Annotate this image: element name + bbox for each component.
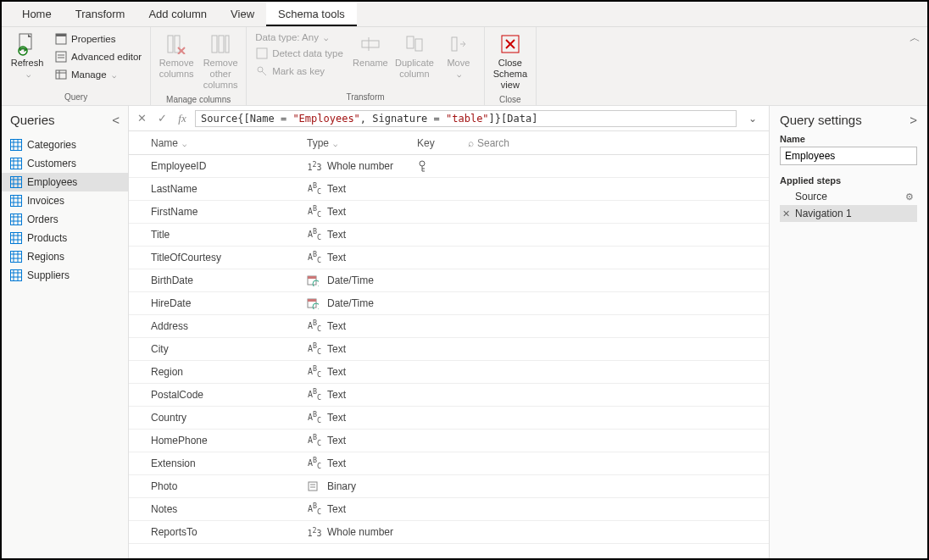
svg-rect-10 (168, 36, 173, 53)
queries-list: CategoriesCustomersEmployeesInvoicesOrde… (2, 134, 128, 286)
svg-rect-4 (56, 52, 66, 62)
ribbon-group-label: Close (490, 93, 531, 108)
delete-step-icon[interactable]: ✕ (782, 208, 790, 219)
schema-row[interactable]: ExtensionABCText (129, 452, 769, 475)
column-header-name[interactable]: Name (151, 137, 178, 149)
collapse-ribbon-button[interactable]: ︿ (910, 30, 921, 46)
schema-row[interactable]: CityABCText (129, 338, 769, 361)
text-type-icon: ABC (307, 204, 322, 219)
schema-row[interactable]: CountryABCText (129, 407, 769, 430)
schema-row[interactable]: EmployeeID123Whole number (129, 155, 769, 178)
grid-header: Name Type Key ⌕ Search (129, 131, 769, 155)
chevron-down-icon (322, 32, 328, 42)
binary-type-icon (307, 480, 322, 492)
refresh-button[interactable]: Refresh (7, 30, 47, 81)
table-icon (10, 269, 22, 281)
grid-body[interactable]: EmployeeID123Whole numberLastNameABCText… (129, 155, 769, 560)
svg-rect-14 (212, 36, 217, 53)
query-item-products[interactable]: Products (2, 229, 128, 247)
schema-row[interactable]: TitleABCText (129, 224, 769, 247)
field-type: Whole number (327, 160, 393, 172)
chevron-down-icon (110, 69, 116, 80)
tab-add-column[interactable]: Add column (136, 2, 219, 26)
query-item-suppliers[interactable]: Suppliers (2, 266, 128, 285)
query-item-categories[interactable]: Categories (2, 136, 128, 154)
schema-row[interactable]: HomePhoneABCText (129, 430, 769, 452)
remove-other-columns-button[interactable]: Remove other columns (200, 30, 241, 93)
applied-step[interactable]: Source⚙ (780, 188, 917, 205)
tab-home[interactable]: Home (10, 2, 64, 26)
detect-data-type-button[interactable]: Detect data type (252, 45, 347, 62)
column-header-type[interactable]: Type (307, 137, 329, 149)
schema-row[interactable]: RegionABCText (129, 361, 769, 384)
schema-row[interactable]: PhotoBinary (129, 475, 769, 498)
expand-formula-button[interactable]: ⌄ (742, 113, 764, 125)
field-name: TitleOfCourtesy (137, 252, 307, 263)
schema-row[interactable]: NotesABCText (129, 498, 769, 521)
schema-row[interactable]: BirthDateDate/Time (129, 269, 769, 292)
tab-transform[interactable]: Transform (64, 2, 137, 26)
number-type-icon: 123 (307, 526, 322, 538)
query-item-customers[interactable]: Customers (2, 154, 128, 173)
table-icon (10, 195, 22, 207)
mark-as-key-button[interactable]: Mark as key (252, 63, 347, 80)
svg-rect-11 (175, 36, 180, 53)
applied-step[interactable]: ✕Navigation 1 (780, 205, 917, 222)
close-schema-view-button[interactable]: Close Schema view (490, 30, 531, 93)
collapse-settings-button[interactable]: > (910, 113, 917, 127)
rename-button[interactable]: Rename (350, 30, 391, 70)
manage-button[interactable]: Manage (51, 66, 145, 83)
field-name: FirstName (137, 206, 307, 218)
fx-button[interactable]: fx (175, 112, 190, 125)
column-header-key[interactable]: Key (417, 137, 435, 149)
ribbon-group-query: Refresh Properties Advanced editor Manag… (2, 27, 151, 105)
field-type: Text (327, 366, 346, 378)
query-item-invoices[interactable]: Invoices (2, 191, 128, 210)
query-settings-pane: Query settings > Name Applied steps Sour… (770, 106, 927, 560)
query-name-input[interactable] (780, 147, 917, 165)
formula-input[interactable]: Source{[Name = "Employees", Signature = … (195, 110, 737, 127)
svg-point-68 (420, 161, 425, 166)
schema-row[interactable]: AddressABCText (129, 315, 769, 338)
search-box[interactable]: ⌕ Search (468, 137, 509, 149)
table-icon (10, 251, 22, 263)
move-button[interactable]: Move (438, 30, 479, 81)
query-item-orders[interactable]: Orders (2, 210, 128, 229)
tab-view[interactable]: View (219, 2, 266, 26)
properties-button[interactable]: Properties (51, 30, 145, 47)
text-type-icon: ABC (307, 387, 322, 402)
schema-row[interactable]: LastNameABCText (129, 178, 769, 201)
schema-row[interactable]: FirstNameABCText (129, 201, 769, 224)
sort-icon[interactable] (331, 137, 337, 149)
remove-columns-button[interactable]: Remove columns (156, 30, 197, 81)
text-type-icon: ABC (307, 181, 322, 196)
schema-row[interactable]: HireDateDate/Time (129, 292, 769, 315)
commit-formula-button[interactable]: ✓ (154, 112, 170, 125)
field-type: Text (327, 183, 346, 195)
duplicate-column-button[interactable]: Duplicate column (394, 30, 435, 81)
refresh-icon (15, 32, 39, 56)
svg-rect-22 (407, 36, 414, 48)
svg-rect-28 (11, 140, 22, 151)
advanced-editor-button[interactable]: Advanced editor (51, 48, 145, 65)
collapse-queries-button[interactable]: < (112, 113, 120, 127)
schema-row[interactable]: ReportsTo123Whole number (129, 521, 769, 544)
cancel-formula-button[interactable]: ✕ (134, 112, 149, 125)
query-item-employees[interactable]: Employees (2, 173, 128, 191)
data-type-button[interactable]: Data type: Any (252, 30, 347, 44)
remove-columns-icon (164, 32, 188, 56)
field-name: BirthDate (137, 274, 307, 286)
schema-row[interactable]: PostalCodeABCText (129, 384, 769, 407)
text-type-icon: ABC (307, 364, 322, 379)
table-icon (10, 176, 22, 188)
detect-icon (255, 47, 269, 60)
sort-icon[interactable] (181, 137, 186, 149)
refresh-label: Refresh (11, 58, 44, 69)
formula-bar: ✕ ✓ fx Source{[Name = "Employees", Signa… (129, 106, 769, 131)
schema-row[interactable]: TitleOfCourtesyABCText (129, 247, 769, 269)
search-icon: ⌕ (468, 137, 474, 149)
query-item-regions[interactable]: Regions (2, 247, 128, 266)
gear-icon[interactable]: ⚙ (905, 191, 914, 202)
svg-rect-63 (11, 270, 22, 281)
tab-schema-tools[interactable]: Schema tools (266, 2, 357, 26)
